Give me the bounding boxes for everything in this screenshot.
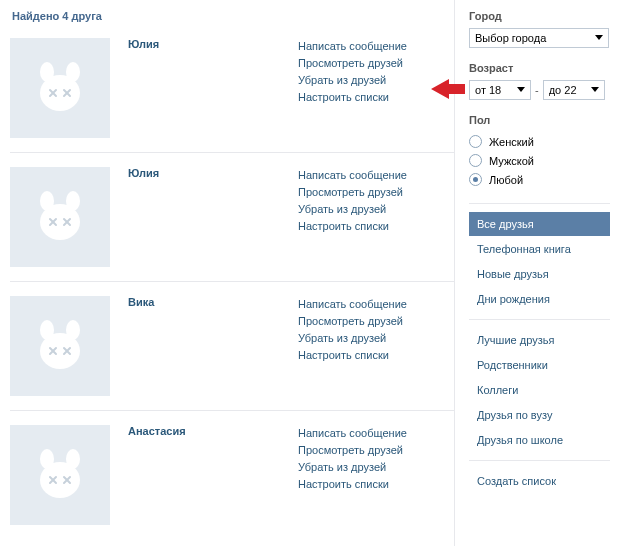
nav-group-2: Лучшие друзьяРодственникиКоллегиДрузья п… [469,328,610,452]
friend-row: ЮлияНаписать сообщениеПросмотреть друзей… [10,32,454,152]
friend-actions: Написать сообщениеПросмотреть друзейУбра… [298,425,454,525]
friend-info: Юлия [128,38,298,138]
action-remove-friend[interactable]: Убрать из друзей [298,201,454,218]
action-configure-lists[interactable]: Настроить списки [298,476,454,493]
radio-icon [469,173,482,186]
age-range-wrap: от 18 - до 22 [469,80,610,100]
nav-item[interactable]: Все друзья [469,212,610,236]
radio-label: Мужской [489,155,534,167]
action-view-friends[interactable]: Просмотреть друзей [298,313,454,330]
radio-icon [469,154,482,167]
radio-label: Любой [489,174,523,186]
gender-option-male[interactable]: Мужской [469,151,610,170]
svg-point-9 [66,191,80,211]
friend-name-link[interactable]: Анастасия [128,425,186,443]
svg-point-15 [40,320,54,340]
svg-point-23 [66,449,80,469]
action-remove-friend[interactable]: Убрать из друзей [298,459,454,476]
separator [469,203,610,204]
action-write-message[interactable]: Написать сообщение [298,38,454,55]
age-dash: - [535,84,539,96]
action-remove-friend[interactable]: Убрать из друзей [298,330,454,347]
pointer-arrow-icon [431,77,465,101]
age-label: Возраст [469,62,610,74]
friend-name-link[interactable]: Вика [128,296,154,314]
nav-item[interactable]: Друзья по школе [469,428,610,452]
nav-item[interactable]: Коллеги [469,378,610,402]
city-select[interactable]: Выбор города [469,28,609,48]
friend-info: Вика [128,296,298,396]
app-root: Найдено 4 друга ЮлияНаписать сообщениеПр… [0,0,620,546]
filters-column: Город Выбор города Возраст от 18 - до 22 [454,0,620,546]
avatar[interactable] [10,167,110,267]
avatar[interactable] [10,425,110,525]
friends-list: ЮлияНаписать сообщениеПросмотреть друзей… [10,32,454,539]
radio-icon [469,135,482,148]
gender-option-female[interactable]: Женский [469,132,610,151]
action-configure-lists[interactable]: Настроить списки [298,347,454,364]
nav-item[interactable]: Друзья по вузу [469,403,610,427]
avatar[interactable] [10,38,110,138]
action-view-friends[interactable]: Просмотреть друзей [298,184,454,201]
action-view-friends[interactable]: Просмотреть друзей [298,442,454,459]
nav-item[interactable]: Дни рождения [469,287,610,311]
friend-row: ЮлияНаписать сообщениеПросмотреть друзей… [10,152,454,281]
radio-label: Женский [489,136,534,148]
nav-group-1: Все друзьяТелефонная книгаНовые друзьяДн… [469,212,610,311]
separator [469,319,610,320]
friend-info: Юлия [128,167,298,267]
action-write-message[interactable]: Написать сообщение [298,167,454,184]
nav-item[interactable]: Родственники [469,353,610,377]
nav-group-3: Создать список [469,469,610,493]
friend-actions: Написать сообщениеПросмотреть друзейУбра… [298,167,454,267]
gender-option-any[interactable]: Любой [469,170,610,189]
avatar[interactable] [10,296,110,396]
svg-point-8 [40,191,54,211]
separator [469,460,610,461]
svg-point-22 [40,449,54,469]
friend-name-link[interactable]: Юлия [128,167,159,185]
nav-item[interactable]: Создать список [469,469,610,493]
friend-row: АнастасияНаписать сообщениеПросмотреть д… [10,410,454,539]
svg-point-1 [40,62,54,82]
action-write-message[interactable]: Написать сообщение [298,296,454,313]
nav-item[interactable]: Лучшие друзья [469,328,610,352]
results-heading: Найдено 4 друга [10,8,454,32]
action-view-friends[interactable]: Просмотреть друзей [298,55,454,72]
age-from-select[interactable]: от 18 [469,80,531,100]
svg-point-16 [66,320,80,340]
action-write-message[interactable]: Написать сообщение [298,425,454,442]
city-filter-section: Город Выбор города [469,10,610,48]
friend-info: Анастасия [128,425,298,525]
svg-point-2 [66,62,80,82]
friend-row: ВикаНаписать сообщениеПросмотреть друзей… [10,281,454,410]
gender-filter-section: Пол Женский Мужской Любой [469,114,610,189]
action-configure-lists[interactable]: Настроить списки [298,218,454,235]
friend-name-link[interactable]: Юлия [128,38,159,56]
friend-actions: Написать сообщениеПросмотреть друзейУбра… [298,296,454,396]
age-filter-section: Возраст от 18 - до 22 [469,62,610,100]
city-label: Город [469,10,610,22]
friends-column: Найдено 4 друга ЮлияНаписать сообщениеПр… [0,0,454,546]
nav-item[interactable]: Телефонная книга [469,237,610,261]
gender-label: Пол [469,114,610,126]
age-to-select[interactable]: до 22 [543,80,605,100]
nav-item[interactable]: Новые друзья [469,262,610,286]
